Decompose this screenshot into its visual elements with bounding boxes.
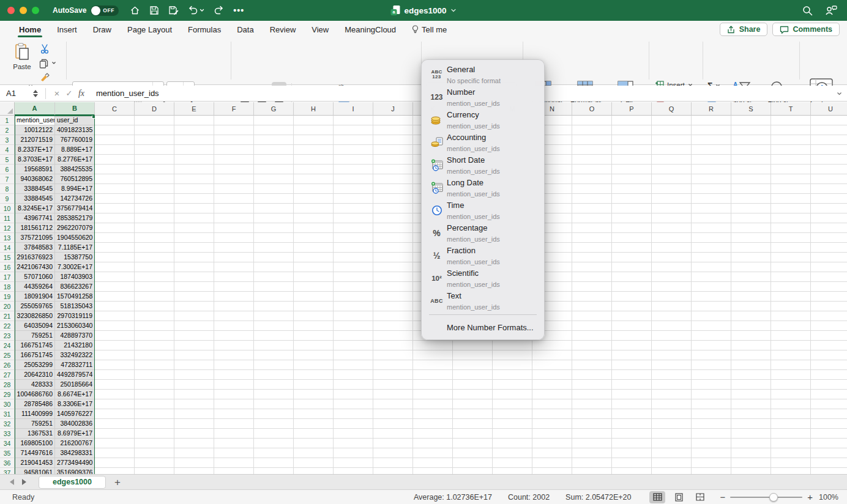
row-header-15[interactable]: 15	[0, 253, 15, 262]
column-header-C[interactable]: C	[95, 102, 135, 116]
cell-B26[interactable]: 472832711	[55, 360, 95, 370]
cell-B25[interactable]: 332492322	[55, 350, 95, 360]
cell-N26[interactable]	[532, 360, 572, 370]
cell-J21[interactable]	[373, 311, 413, 321]
cell-D22[interactable]	[135, 321, 174, 331]
row-header-34[interactable]: 34	[0, 439, 15, 448]
cell-S1[interactable]	[731, 116, 771, 125]
cell-T18[interactable]	[771, 282, 811, 292]
cell-H30[interactable]	[294, 399, 334, 409]
cell-E26[interactable]	[174, 360, 214, 370]
cell-M35[interactable]	[493, 448, 532, 458]
row-header-12[interactable]: 12	[0, 223, 15, 233]
cell-R25[interactable]	[692, 350, 731, 360]
tab-page-layout[interactable]: Page Layout	[119, 21, 180, 38]
cell-F21[interactable]	[214, 311, 254, 321]
cell-I25[interactable]	[334, 350, 373, 360]
cell-H22[interactable]	[294, 321, 334, 331]
cell-F22[interactable]	[214, 321, 254, 331]
cell-Q34[interactable]	[652, 439, 692, 448]
cell-I33[interactable]	[334, 429, 373, 439]
cell-G23[interactable]	[254, 331, 294, 341]
cell-R21[interactable]	[692, 311, 731, 321]
cell-B22[interactable]: 2153060340	[55, 321, 95, 331]
cell-R12[interactable]	[692, 223, 731, 233]
row-header-28[interactable]: 28	[0, 380, 15, 390]
cell-M30[interactable]	[493, 399, 532, 409]
home-icon[interactable]	[130, 6, 140, 15]
cell-I28[interactable]	[334, 380, 373, 390]
cell-Q6[interactable]	[652, 165, 692, 174]
cell-F32[interactable]	[214, 419, 254, 429]
cell-P15[interactable]	[612, 253, 652, 262]
cell-B7[interactable]: 760512895	[55, 174, 95, 184]
cell-T3[interactable]	[771, 135, 811, 145]
cell-D14[interactable]	[135, 243, 174, 253]
cell-J10[interactable]	[373, 204, 413, 213]
cell-S21[interactable]	[731, 311, 771, 321]
cell-D10[interactable]	[135, 204, 174, 213]
cell-P11[interactable]	[612, 213, 652, 223]
zoom-slider-thumb[interactable]	[769, 493, 778, 502]
cell-G11[interactable]	[254, 213, 294, 223]
cell-L25[interactable]	[453, 350, 493, 360]
cell-S14[interactable]	[731, 243, 771, 253]
cell-E29[interactable]	[174, 390, 214, 399]
cell-C12[interactable]	[95, 223, 135, 233]
cell-B21[interactable]: 2970319119	[55, 311, 95, 321]
cell-S2[interactable]	[731, 125, 771, 135]
cell-O22[interactable]	[572, 321, 612, 331]
cell-J28[interactable]	[373, 380, 413, 390]
cell-Q37[interactable]	[652, 468, 692, 474]
cell-J22[interactable]	[373, 321, 413, 331]
cell-P22[interactable]	[612, 321, 652, 331]
cell-U7[interactable]	[811, 174, 847, 184]
cell-R34[interactable]	[692, 439, 731, 448]
row-header-6[interactable]: 6	[0, 165, 15, 174]
cell-C17[interactable]	[95, 272, 135, 282]
cell-C5[interactable]	[95, 155, 135, 165]
cell-D32[interactable]	[135, 419, 174, 429]
cancel-entry-icon[interactable]: ×	[51, 88, 63, 98]
cell-R6[interactable]	[692, 165, 731, 174]
cell-A35[interactable]: 714497616	[15, 448, 55, 458]
cell-Q29[interactable]	[652, 390, 692, 399]
cell-F26[interactable]	[214, 360, 254, 370]
cell-H2[interactable]	[294, 125, 334, 135]
cell-R29[interactable]	[692, 390, 731, 399]
cell-H13[interactable]	[294, 233, 334, 243]
cell-O8[interactable]	[572, 184, 612, 194]
cell-P17[interactable]	[612, 272, 652, 282]
cell-G19[interactable]	[254, 292, 294, 302]
cell-B4[interactable]: 8.889E+17	[55, 145, 95, 155]
cell-E12[interactable]	[174, 223, 214, 233]
cell-H21[interactable]	[294, 311, 334, 321]
cell-F31[interactable]	[214, 409, 254, 419]
menu-item-time[interactable]: Timemention_user_ids	[422, 199, 544, 221]
cell-U17[interactable]	[811, 272, 847, 282]
cell-I11[interactable]	[334, 213, 373, 223]
cell-F30[interactable]	[214, 399, 254, 409]
share-button[interactable]: Share	[720, 23, 768, 36]
cell-J29[interactable]	[373, 390, 413, 399]
cell-Q30[interactable]	[652, 399, 692, 409]
cell-O37[interactable]	[572, 468, 612, 474]
cell-Q17[interactable]	[652, 272, 692, 282]
cell-P28[interactable]	[612, 380, 652, 390]
cell-B13[interactable]: 1904550620	[55, 233, 95, 243]
cell-D16[interactable]	[135, 262, 174, 272]
cell-R24[interactable]	[692, 341, 731, 350]
cell-A26[interactable]: 25053299	[15, 360, 55, 370]
cell-D18[interactable]	[135, 282, 174, 292]
cell-A6[interactable]: 19568591	[15, 165, 55, 174]
paste-button[interactable]: Paste	[9, 43, 35, 70]
cell-F24[interactable]	[214, 341, 254, 350]
row-header-36[interactable]: 36	[0, 458, 15, 468]
cell-G34[interactable]	[254, 439, 294, 448]
cell-Q33[interactable]	[652, 429, 692, 439]
cell-J8[interactable]	[373, 184, 413, 194]
cell-O17[interactable]	[572, 272, 612, 282]
cell-L33[interactable]	[453, 429, 493, 439]
cell-P14[interactable]	[612, 243, 652, 253]
cell-U35[interactable]	[811, 448, 847, 458]
